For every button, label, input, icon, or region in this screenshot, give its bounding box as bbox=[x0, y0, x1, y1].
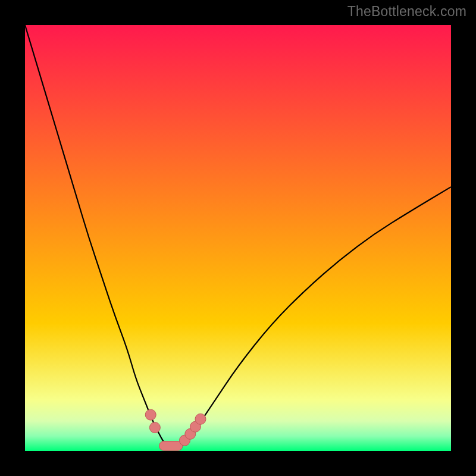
chart-frame: TheBottleneck.com bbox=[0, 0, 476, 476]
bottleneck-chart bbox=[25, 25, 451, 451]
plot-area bbox=[25, 25, 451, 451]
marker-bar bbox=[159, 441, 183, 451]
watermark-text: TheBottleneck.com bbox=[347, 4, 466, 20]
marker-dot bbox=[195, 414, 206, 424]
marker-dot bbox=[145, 409, 156, 420]
marker-dot bbox=[149, 422, 160, 433]
